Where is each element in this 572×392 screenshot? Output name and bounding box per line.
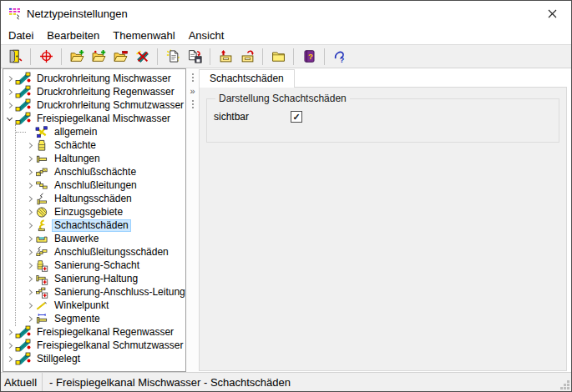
chevron-right-icon[interactable] xyxy=(3,344,15,348)
chevron-right-icon[interactable] xyxy=(3,77,15,81)
chevron-right-icon[interactable] xyxy=(23,317,35,321)
splitter-collapse-button[interactable]: » xyxy=(190,85,195,97)
tree-item-schachtschaeden[interactable]: Schachtschäden xyxy=(3,219,185,232)
toolbar-separator xyxy=(157,48,158,65)
tab-strip: Schachtschäden xyxy=(199,68,567,87)
tree-item-freispiegelkanal-schmutzwasser[interactable]: Freispiegelkanal Schmutzwasser xyxy=(3,339,185,352)
chevron-down-icon[interactable] xyxy=(3,118,15,120)
menu-bearbeiten[interactable]: Bearbeiten xyxy=(40,28,106,43)
tree-item-winkelpunkt[interactable]: Winkelpunkt xyxy=(3,299,185,312)
tree-item-bauwerke[interactable]: Bauwerke xyxy=(3,232,185,245)
tree-item-label: Haltungsschäden xyxy=(52,193,134,205)
tree-item-label: allgemein xyxy=(52,126,99,138)
toolbar xyxy=(1,44,571,68)
open-remove-button[interactable] xyxy=(109,46,131,67)
resize-grip-icon[interactable] xyxy=(559,379,570,390)
chevron-right-icon[interactable] xyxy=(23,304,35,308)
chevron-right-icon[interactable] xyxy=(23,210,35,214)
tree-item-label: Druckrohrleitung Mischwasser xyxy=(34,73,174,85)
chevron-right-icon[interactable] xyxy=(3,90,15,94)
toolbar-separator xyxy=(293,48,294,65)
network-delete-button[interactable] xyxy=(131,46,153,67)
netztypeinstellungen-window: Netztypeinstellungen Datei Bearbeiten Th… xyxy=(0,0,572,392)
open-add-2-button[interactable] xyxy=(88,46,109,67)
help-book-button[interactable] xyxy=(298,46,320,67)
tab-schachtschaeden[interactable]: Schachtschäden xyxy=(199,69,295,88)
sichtbar-row: sichtbar ✓ xyxy=(214,111,552,123)
tree-item-label: Freispiegelkanal Regenwasser xyxy=(34,326,176,339)
anschluss-schaden-icon xyxy=(35,246,48,259)
sichtbar-checkbox[interactable]: ✓ xyxy=(291,111,302,123)
darstellung-groupbox: Darstellung Schachtschäden sichtbar ✓ xyxy=(206,93,559,143)
chevron-right-icon[interactable] xyxy=(23,250,35,254)
tree-item-anschlussleitungsschaeden[interactable]: Anschlußleitungsschäden xyxy=(3,245,185,259)
tree-item-label: Druckrohrleitung Regenwasser xyxy=(34,86,177,98)
chevron-right-icon[interactable] xyxy=(23,277,35,281)
tree-item-label: Freispiegelkanal Schmutzwasser xyxy=(34,339,185,352)
chevron-right-icon[interactable] xyxy=(23,224,35,228)
chevron-right-icon[interactable] xyxy=(23,143,35,148)
menu-datei[interactable]: Datei xyxy=(2,28,40,43)
tree-item-sanierung-schacht[interactable]: Sanierung-Schacht xyxy=(3,259,185,272)
tree-item-einzugsgebiete[interactable]: Einzugsgebiete xyxy=(3,205,185,219)
tree-splitter[interactable]: » xyxy=(186,68,199,372)
exit-door-icon xyxy=(8,49,23,63)
tree-item-haltungsschaeden[interactable]: Haltungsschäden xyxy=(3,192,185,205)
save-document-button[interactable] xyxy=(184,46,205,67)
exit-button[interactable] xyxy=(4,46,26,67)
archive-in-button[interactable] xyxy=(215,46,236,67)
chevron-right-icon[interactable] xyxy=(23,170,35,174)
tree-item-druckrohrleitung-regenwasser[interactable]: Druckrohrleitung Regenwasser xyxy=(3,85,185,98)
tree-item-druckrohrleitung-schmutzwasser[interactable]: Druckrohrleitung Schmutzwasser xyxy=(3,98,185,112)
tree-item-druckrohrleitung-mischwasser[interactable]: Druckrohrleitung Mischwasser xyxy=(3,72,185,85)
tree-item-haltungen[interactable]: Haltungen xyxy=(3,152,185,165)
network-icon xyxy=(15,325,32,339)
folder-open-add-icon xyxy=(70,49,84,63)
tree-item-segmente[interactable]: Segmente xyxy=(3,312,185,325)
tree-item-label: Schächte xyxy=(52,139,99,152)
network-icon xyxy=(15,112,32,125)
sanierung-schacht-icon xyxy=(35,259,48,272)
folder-button[interactable] xyxy=(267,46,289,67)
tree-item-freispiegelkanal-regenwasser[interactable]: Freispiegelkanal Regenwasser xyxy=(3,325,185,339)
archive-out-button[interactable] xyxy=(236,46,258,67)
chevron-right-icon[interactable] xyxy=(23,290,35,294)
chevron-right-icon[interactable] xyxy=(23,197,35,201)
chevron-right-icon[interactable] xyxy=(3,357,15,361)
tree-item-allgemein[interactable]: allgemein xyxy=(3,125,185,138)
tree-item-label: Einzugsgebiete xyxy=(52,206,125,219)
tree-item-label: Anschlußleitungen xyxy=(52,179,139,192)
tree-item-sanierung-haltung[interactable]: Sanierung-Haltung xyxy=(3,272,185,285)
close-button[interactable] xyxy=(534,1,571,26)
chevron-right-icon[interactable] xyxy=(23,237,35,241)
schacht-icon xyxy=(35,139,48,152)
chevron-right-icon[interactable] xyxy=(23,264,35,268)
menu-themenwahl[interactable]: Themenwahl xyxy=(106,28,181,43)
tree-item-anschlussleitungen[interactable]: Anschlußleitungen xyxy=(3,178,185,192)
open-add-button[interactable] xyxy=(66,46,88,67)
tree-item-freispiegelkanal-mischwasser[interactable]: Freispiegelkanal Mischwasser xyxy=(3,112,185,125)
network-icon xyxy=(15,339,32,352)
tree-item-label: Sanierung-Haltung xyxy=(52,273,140,285)
bauwerk-icon xyxy=(35,233,48,245)
context-help-button[interactable] xyxy=(329,46,351,67)
chevron-right-icon[interactable] xyxy=(3,103,15,108)
splitter-grip-dots[interactable] xyxy=(191,99,195,109)
tree-item-sanierung-anschluss-leitung[interactable]: Sanierung-Anschluss-Leitung xyxy=(3,285,185,299)
tree-item-stillgelegt[interactable]: Stillgelegt xyxy=(3,352,185,365)
tree-item-anschlussschaechte[interactable]: Anschlußschächte xyxy=(3,165,185,178)
app-icon xyxy=(8,7,22,20)
chevron-right-icon[interactable] xyxy=(23,157,35,161)
network-icon xyxy=(15,72,32,85)
groupbox-title: Darstellung Schachtschäden xyxy=(215,93,350,104)
new-document-button[interactable] xyxy=(162,46,184,67)
tree-item-schaechte[interactable]: Schächte xyxy=(3,138,185,152)
splitter-grip-dots[interactable] xyxy=(191,73,195,83)
toolbar-separator xyxy=(61,48,62,65)
save-document-icon xyxy=(188,49,202,63)
menu-ansicht[interactable]: Ansicht xyxy=(182,28,231,43)
chevron-right-icon[interactable] xyxy=(3,330,15,334)
network-target-button[interactable] xyxy=(35,46,57,67)
chevron-right-icon[interactable] xyxy=(23,183,35,188)
network-target-icon xyxy=(39,49,53,63)
